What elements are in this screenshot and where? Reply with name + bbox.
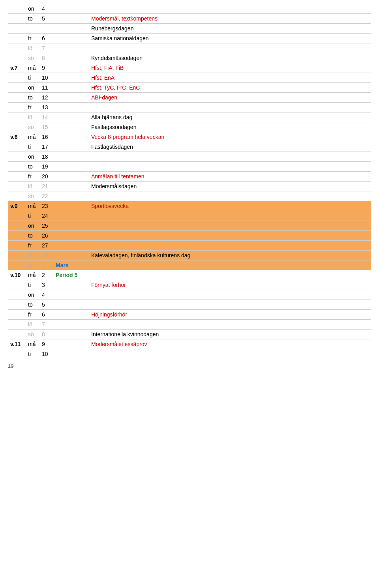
month-period-label <box>53 132 89 142</box>
week-label: v.11 <box>8 339 26 349</box>
day-label: ti <box>26 73 39 83</box>
week-label <box>8 260 26 270</box>
table-row: on18 <box>8 152 371 162</box>
week-label <box>8 320 26 330</box>
month-period-label <box>53 43 89 53</box>
week-label <box>8 162 26 172</box>
date-label: 15 <box>39 122 53 132</box>
day-label: to <box>26 231 39 241</box>
date-label: 26 <box>39 231 53 241</box>
week-label <box>8 211 26 221</box>
month-period-label <box>53 221 89 231</box>
table-row: lö14Alla hjärtans dag <box>8 112 371 122</box>
month-period-label <box>53 24 89 34</box>
event-label: Runebergsdagen <box>89 24 371 34</box>
month-period-label <box>53 211 89 221</box>
day-label: må <box>26 339 39 349</box>
event-label: Sportlovsvecka <box>89 201 371 211</box>
event-label: Samiska nationaldagen <box>89 34 371 43</box>
calendar-table: on4to5Modersmål, textkompetensRunebergsd… <box>8 4 371 359</box>
day-label: må <box>26 201 39 211</box>
table-row: v.8må16Vecka 8-program hela veckan <box>8 132 371 142</box>
table-row: to5Modersmål, textkompetens <box>8 14 371 24</box>
month-period-label <box>53 4 89 14</box>
date-label: 9 <box>39 339 53 349</box>
date-label: 27 <box>39 241 53 251</box>
month-period-label <box>53 83 89 93</box>
event-label: Modersmål, textkompetens <box>89 14 371 24</box>
month-period-label <box>53 201 89 211</box>
day-label: fr <box>26 34 39 43</box>
event-label <box>89 349 371 359</box>
date-label: 7 <box>39 320 53 330</box>
day-label: on <box>26 221 39 231</box>
date-label: 6 <box>39 34 53 43</box>
day-label: to <box>26 93 39 103</box>
event-label: Anmälan till tentamen <box>89 172 371 182</box>
month-period-label: Mars <box>53 260 89 270</box>
week-label <box>8 103 26 112</box>
table-row: sö1Mars <box>8 260 371 270</box>
table-row: ti17Fastlagstisdagen <box>8 142 371 152</box>
table-row: on4 <box>8 290 371 300</box>
date-label: 22 <box>39 191 53 201</box>
event-label <box>89 290 371 300</box>
week-label <box>8 93 26 103</box>
date-label: 11 <box>39 83 53 93</box>
event-label <box>89 4 371 14</box>
event-label: Vecka 8-program hela veckan <box>89 132 371 142</box>
date-label: 9 <box>39 63 53 73</box>
table-row: lö21Modersmålsdagen <box>8 182 371 191</box>
week-label <box>8 142 26 152</box>
table-row: fr13 <box>8 103 371 112</box>
date-label: 10 <box>39 349 53 359</box>
date-label: 2 <box>39 270 53 280</box>
week-label <box>8 191 26 201</box>
date-label: 23 <box>39 201 53 211</box>
day-label: må <box>26 132 39 142</box>
day-label: lö <box>26 251 39 260</box>
day-label: fr <box>26 103 39 112</box>
table-row: v.9må23Sportlovsvecka <box>8 201 371 211</box>
week-label <box>8 251 26 260</box>
table-row: fr6Höjningsförhör <box>8 310 371 320</box>
day-label <box>26 24 39 34</box>
date-label: 8 <box>39 330 53 339</box>
event-label: Fastlagstisdagen <box>89 142 371 152</box>
month-period-label <box>53 112 89 122</box>
day-label: ti <box>26 142 39 152</box>
table-row: on11Hfst, TyC, FrC, EnC <box>8 83 371 93</box>
event-label <box>89 211 371 221</box>
date-label: 5 <box>39 14 53 24</box>
day-label: ti <box>26 211 39 221</box>
table-row: lö7 <box>8 43 371 53</box>
week-label: v.7 <box>8 63 26 73</box>
day-label: lö <box>26 43 39 53</box>
page-number: 19 <box>8 363 371 369</box>
event-label: Internationella kvinnodagen <box>89 330 371 339</box>
week-label <box>8 182 26 191</box>
date-label: 16 <box>39 132 53 142</box>
week-label <box>8 241 26 251</box>
event-label <box>89 103 371 112</box>
month-period-label <box>53 349 89 359</box>
date-label: 13 <box>39 103 53 112</box>
event-label <box>89 300 371 310</box>
table-row: fr20Anmälan till tentamen <box>8 172 371 182</box>
day-label: ti <box>26 280 39 290</box>
week-label <box>8 172 26 182</box>
day-label: sö <box>26 122 39 132</box>
week-label <box>8 310 26 320</box>
day-label: on <box>26 152 39 162</box>
table-row: ti10 <box>8 349 371 359</box>
month-period-label <box>53 310 89 320</box>
table-row: sö8Internationella kvinnodagen <box>8 330 371 339</box>
month-period-label <box>53 320 89 330</box>
day-label: to <box>26 14 39 24</box>
day-label: sö <box>26 53 39 63</box>
event-label <box>89 43 371 53</box>
table-row: lö7 <box>8 320 371 330</box>
month-period-label <box>53 152 89 162</box>
date-label: 17 <box>39 142 53 152</box>
event-label <box>89 191 371 201</box>
